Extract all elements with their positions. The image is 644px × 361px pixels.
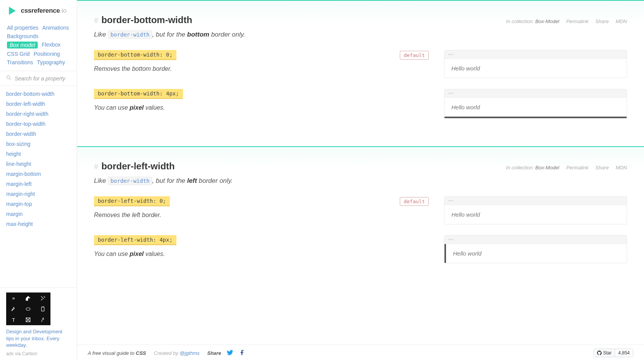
search-icon: [6, 75, 12, 82]
search-input[interactable]: [15, 75, 70, 82]
hash-icon: #: [94, 16, 98, 25]
preview-content: Hello world: [444, 59, 627, 78]
example-row: border-bottom-width: 4px; You can use pi…: [94, 89, 627, 119]
permalink-link[interactable]: Permalink: [566, 165, 589, 170]
property-description: Like border-width, but for the bottom bo…: [94, 31, 627, 38]
footer-tagline: A free visual guide to CSS: [88, 350, 146, 356]
carbon-ad-via: ads via Carbon: [6, 351, 70, 356]
property-list-item[interactable]: border-bottom-width: [0, 89, 77, 99]
preview-content: Hello world: [444, 244, 627, 263]
nav-category[interactable]: CSS Grid: [7, 51, 30, 57]
example-description: You can use pixel values.: [94, 104, 429, 111]
property-list[interactable]: border-bottom-widthborder-left-widthbord…: [0, 86, 77, 287]
example-code: border-left-width: 4px;: [94, 235, 176, 245]
property-title: border-left-width: [101, 161, 175, 172]
example-preview: ••• Hello world: [444, 89, 627, 119]
property-list-item[interactable]: margin-left: [0, 179, 77, 189]
property-list-item[interactable]: margin-right: [0, 189, 77, 199]
default-badge: default: [400, 51, 429, 60]
example-code: border-left-width: 0;: [94, 196, 170, 206]
svg-point-2: [26, 308, 30, 310]
property-list-item[interactable]: border-width: [0, 129, 77, 139]
section-meta: In collection: Box-Model Permalink Share…: [506, 165, 627, 170]
mdn-link[interactable]: MDN: [615, 165, 627, 170]
github-icon: [597, 351, 602, 355]
share-link[interactable]: Share: [595, 18, 609, 24]
logo-text: cssreference.io: [21, 7, 66, 15]
property-list-item[interactable]: box-sizing: [0, 139, 77, 149]
footer: A free visual guide to CSS Created by @j…: [77, 344, 644, 361]
nav-category[interactable]: Flexbox: [42, 42, 60, 48]
preview-content: Hello world: [444, 98, 627, 118]
footer-author-link[interactable]: @jgthms: [179, 350, 200, 356]
twitter-icon[interactable]: [226, 349, 233, 357]
example-description: You can use pixel values.: [94, 251, 429, 257]
example-code: border-bottom-width: 4px;: [94, 89, 183, 99]
property-list-item[interactable]: border-top-width: [0, 119, 77, 129]
example-code: border-bottom-width: 0;: [94, 50, 176, 60]
footer-credit: Created by @jgthms: [154, 350, 200, 356]
svg-point-0: [7, 76, 10, 79]
facebook-icon[interactable]: [239, 349, 245, 357]
nav-category[interactable]: Backgrounds: [7, 33, 39, 39]
github-star-button[interactable]: Star 4,854: [594, 349, 633, 357]
search-wrap: [0, 71, 77, 86]
property-section: # border-left-width In collection: Box-M…: [77, 146, 644, 291]
example-row: border-bottom-width: 0; default Removes …: [94, 50, 627, 78]
property-title: border-bottom-width: [101, 15, 192, 25]
property-description: Like border-width, but for the left bord…: [94, 177, 627, 185]
nav-category[interactable]: Typography: [37, 59, 65, 65]
example-row: border-left-width: 0; default Removes th…: [94, 196, 627, 224]
footer-share: Share: [207, 349, 245, 357]
preview-dots-icon: •••: [444, 236, 627, 244]
nav-category[interactable]: Box model: [7, 42, 38, 48]
property-list-item[interactable]: margin: [0, 209, 77, 219]
example-preview: ••• Hello world: [444, 235, 627, 263]
category-nav: All propertiesAnimationsBackgroundsBox m…: [0, 22, 77, 71]
property-list-item[interactable]: margin-bottom: [0, 169, 77, 179]
property-section: # border-bottom-width In collection: Box…: [77, 0, 644, 146]
logo[interactable]: cssreference.io: [0, 0, 77, 22]
carbon-ad-image: » T: [6, 292, 50, 325]
example-description: Removes the bottom border.: [94, 65, 429, 72]
property-list-item[interactable]: border-left-width: [0, 99, 77, 109]
svg-line-1: [10, 79, 11, 80]
property-list-item[interactable]: border-right-width: [0, 109, 77, 119]
collection-link[interactable]: Box-Model: [535, 165, 559, 170]
logo-icon: [7, 5, 18, 16]
example-row: border-left-width: 4px; You can use pixe…: [94, 235, 627, 263]
nav-category[interactable]: Transitions: [7, 59, 33, 65]
carbon-ad[interactable]: » T Design and Development tips in your …: [0, 287, 77, 361]
sidebar: cssreference.io All propertiesAnimations…: [0, 0, 77, 361]
preview-dots-icon: •••: [444, 50, 627, 59]
mdn-link[interactable]: MDN: [615, 18, 627, 24]
carbon-ad-text: Design and Development tips in your inbo…: [6, 328, 70, 349]
permalink-link[interactable]: Permalink: [566, 18, 589, 24]
property-list-item[interactable]: height: [0, 149, 77, 159]
example-description: Removes the left border.: [94, 212, 429, 219]
property-list-item[interactable]: margin-top: [0, 199, 77, 209]
property-list-item[interactable]: max-height: [0, 219, 77, 229]
default-badge: default: [400, 197, 429, 206]
collection-link[interactable]: Box-Model: [535, 18, 559, 24]
example-preview: ••• Hello world: [444, 196, 627, 224]
example-preview: ••• Hello world: [444, 50, 627, 78]
section-meta: In collection: Box-Model Permalink Share…: [506, 18, 627, 24]
nav-category[interactable]: All properties: [7, 25, 39, 31]
hash-icon: #: [94, 162, 98, 171]
preview-content: Hello world: [444, 205, 627, 224]
preview-dots-icon: •••: [444, 197, 627, 205]
nav-category[interactable]: Animations: [42, 25, 69, 31]
property-list-item[interactable]: line-height: [0, 159, 77, 169]
preview-dots-icon: •••: [444, 89, 627, 98]
nav-category[interactable]: Positioning: [34, 51, 60, 57]
svg-rect-3: [41, 307, 44, 311]
share-link[interactable]: Share: [595, 165, 609, 170]
github-star-count: 4,854: [615, 349, 633, 357]
main-content[interactable]: # border-bottom-width In collection: Box…: [77, 0, 644, 361]
